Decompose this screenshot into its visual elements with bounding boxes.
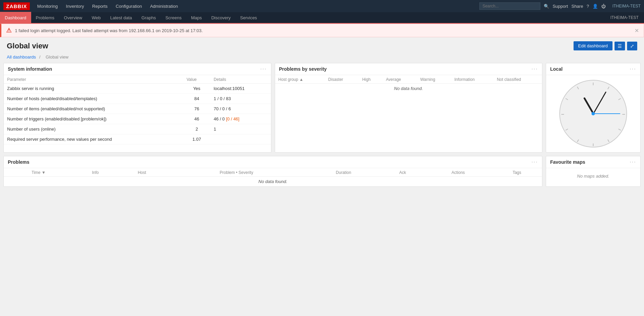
widget-favmaps-title: Favourite maps: [550, 159, 630, 165]
sev-col-disaster: Disaster: [325, 75, 359, 84]
table-row: Number of hosts (enabled/disabled/templa…: [4, 94, 271, 104]
clock-center-dot: [591, 112, 595, 115]
sysinfo-details: [210, 134, 271, 144]
support-link[interactable]: Support: [553, 4, 568, 9]
top-navigation: ZABBIX Monitoring Inventory Reports Conf…: [0, 0, 644, 12]
nav-monitoring[interactable]: Monitoring: [34, 2, 61, 10]
widget-clock-menu[interactable]: ···: [630, 66, 636, 72]
subnav-web[interactable]: Web: [87, 12, 106, 23]
widget-clock-header: Local ···: [546, 63, 640, 75]
instance-label-right: ITHEIMA-TEST: [610, 15, 644, 20]
nav-configuration[interactable]: Configuration: [112, 2, 145, 10]
tick-0: [593, 83, 594, 85]
page-header: Global view Edit dashboard ☰ ⤢: [0, 37, 644, 53]
widget-problems-by-severity: Problems by severity ··· Host group ▲ Di…: [275, 63, 543, 153]
subnav-problems[interactable]: Problems: [31, 12, 59, 23]
prob-col-problem: Problem • Severity: [167, 168, 306, 177]
clock-face: [559, 80, 627, 148]
sysinfo-param: Number of hosts (enabled/disabled/templa…: [4, 94, 183, 104]
dashboard-menu-button[interactable]: ☰: [615, 42, 625, 50]
tick-9: [561, 114, 564, 115]
table-row: Number of triggers (enabled/disabled [pr…: [4, 114, 271, 124]
share-link[interactable]: Share: [572, 4, 583, 9]
tick-10: [565, 98, 568, 100]
sysinfo-value: 1.07: [183, 134, 210, 144]
prob-col-host: Host: [117, 168, 167, 177]
sysinfo-details: 70 / 0 / 6: [210, 104, 271, 114]
tick-7: [577, 139, 579, 142]
widget-favmaps-menu[interactable]: ···: [630, 159, 636, 165]
system-info-table: Parameter Value Details Zabbix server is…: [4, 75, 271, 144]
nav-inventory[interactable]: Inventory: [63, 2, 87, 10]
logout-icon[interactable]: ⏻: [601, 4, 606, 9]
subnav-overview[interactable]: Overview: [59, 12, 87, 23]
sysinfo-details: 46 / 0 [0 / 46]: [210, 114, 271, 124]
prob-col-time[interactable]: Time ▼: [4, 168, 74, 177]
clock-minute-hand: [593, 91, 606, 114]
pbs-no-data: No data found.: [275, 84, 542, 94]
tick-11: [577, 87, 579, 89]
table-row: Number of users (online) 2 1: [4, 124, 271, 134]
bottom-grid: Problems ··· Time ▼ Info Host Problem • …: [0, 156, 644, 190]
page-header-actions: Edit dashboard ☰ ⤢: [574, 41, 637, 50]
breadcrumb-root-link[interactable]: All dashboards: [7, 54, 36, 60]
widget-system-info-menu[interactable]: ···: [260, 66, 267, 72]
instance-name: ITHEIMA-TEST: [612, 4, 641, 8]
sev-col-hostgroup[interactable]: Host group ▲: [275, 75, 325, 84]
help-icon[interactable]: ?: [586, 4, 589, 9]
sysinfo-details: 1: [210, 124, 271, 134]
widget-problems-menu[interactable]: ···: [532, 159, 538, 165]
sysinfo-col-parameter: Parameter: [4, 75, 183, 84]
sysinfo-details: 1 / 0 / 83: [210, 94, 271, 104]
widget-problems: Problems ··· Time ▼ Info Host Problem • …: [3, 156, 542, 187]
table-row: Required server performance, new values …: [4, 134, 271, 144]
table-row: Number of items (enabled/disabled/not su…: [4, 104, 271, 114]
sysinfo-details: localhost:10051: [210, 84, 271, 94]
alert-close-button[interactable]: ✕: [635, 27, 639, 34]
table-row: Zabbix server is running Yes localhost:1…: [4, 84, 271, 94]
main-grid-top: System information ··· Parameter Value D…: [0, 63, 644, 156]
tick-6: [593, 143, 594, 146]
clock-second-hand: [593, 113, 620, 114]
tick-8: [565, 129, 568, 131]
subnav-graphs[interactable]: Graphs: [137, 12, 161, 23]
tick-5: [607, 139, 609, 142]
widget-pbs-menu[interactable]: ···: [532, 66, 538, 72]
subnav-screens[interactable]: Screens: [161, 12, 186, 23]
tick-4: [618, 129, 621, 131]
sev-col-high: High: [359, 75, 382, 84]
top-nav-right: 🔍 Support Share ? 👤 ⏻ ITHEIMA-TEST: [479, 2, 641, 10]
subnav-discovery[interactable]: Discovery: [207, 12, 235, 23]
clock-container: [546, 75, 640, 152]
alert-icon: ⚠: [6, 27, 12, 34]
nav-reports[interactable]: Reports: [89, 2, 111, 10]
subnav-dashboard[interactable]: Dashboard: [0, 12, 31, 23]
sev-col-warning: Warning: [417, 75, 451, 84]
dashboard-fullscreen-button[interactable]: ⤢: [627, 42, 637, 50]
problems-no-data: No data found.: [4, 177, 542, 187]
subnav-maps[interactable]: Maps: [186, 12, 207, 23]
widget-local-clock: Local ···: [546, 63, 641, 153]
tick-3: [622, 114, 625, 115]
widget-problems-title: Problems: [8, 159, 532, 165]
search-input[interactable]: [479, 2, 540, 10]
page-title: Global view: [7, 42, 574, 50]
alert-message: 1 failed login attempt logged. Last fail…: [15, 28, 631, 33]
sysinfo-param: Required server performance, new values …: [4, 134, 183, 144]
nav-administration[interactable]: Administration: [147, 2, 181, 10]
sysinfo-value: 84: [183, 94, 210, 104]
widget-pbs-header: Problems by severity ···: [275, 63, 542, 75]
subnav-latest-data[interactable]: Latest data: [105, 12, 137, 23]
widget-problems-header: Problems ···: [4, 156, 542, 168]
tick-2: [618, 98, 621, 100]
table-row: No data found.: [275, 84, 542, 94]
edit-dashboard-button[interactable]: Edit dashboard: [574, 41, 612, 50]
user-icon[interactable]: 👤: [593, 4, 598, 9]
app-logo[interactable]: ZABBIX: [3, 2, 30, 10]
sysinfo-col-details: Details: [210, 75, 271, 84]
table-row: No data found.: [4, 177, 542, 187]
sysinfo-param: Number of triggers (enabled/disabled [pr…: [4, 114, 183, 124]
widget-pbs-title: Problems by severity: [279, 66, 532, 72]
subnav-services[interactable]: Services: [235, 12, 262, 23]
widget-favourite-maps: Favourite maps ··· No maps added.: [546, 156, 641, 187]
